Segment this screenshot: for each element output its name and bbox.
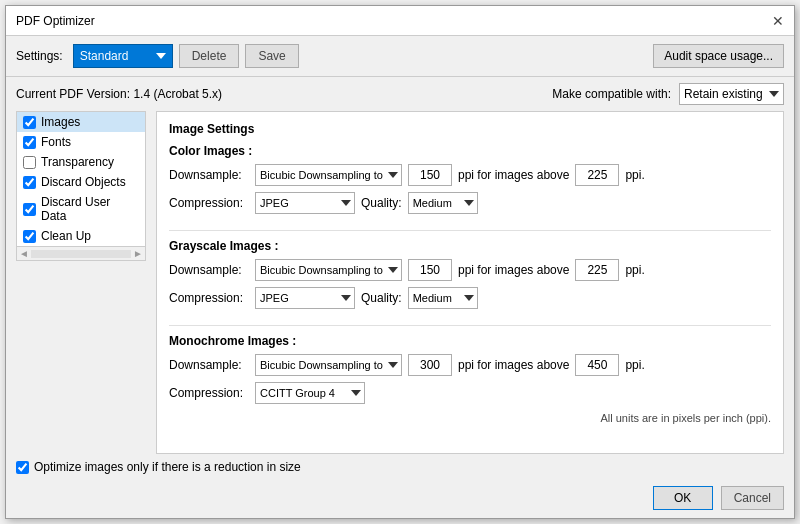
gray-ppi-input[interactable] (408, 259, 452, 281)
gray-compression-select[interactable]: JPEG (255, 287, 355, 309)
save-button[interactable]: Save (245, 44, 298, 68)
discard-user-data-checkbox[interactable] (23, 203, 36, 216)
images-checkbox[interactable] (23, 116, 36, 129)
units-note: All units are in pixels per inch (ppi). (169, 410, 771, 426)
mono-ppi-input[interactable] (408, 354, 452, 376)
mono-compression-label: Compression: (169, 386, 249, 400)
mono-downsample-row: Downsample: Bicubic Downsampling to ppi … (169, 354, 771, 376)
settings-label: Settings: (16, 49, 63, 63)
color-compression-label: Compression: (169, 196, 249, 210)
color-images-section: Color Images : Downsample: Bicubic Downs… (169, 144, 771, 214)
cancel-button[interactable]: Cancel (721, 486, 784, 510)
color-ppi-label: ppi. (625, 168, 644, 182)
gray-compression-row: Compression: JPEG Quality: Medium (169, 287, 771, 309)
optimize-label: Optimize images only if there is a reduc… (34, 460, 301, 474)
version-row: Current PDF Version: 1.4 (Acrobat 5.x) M… (6, 77, 794, 111)
sidebar-item-images[interactable]: Images (17, 112, 145, 132)
footer-buttons: OK Cancel (6, 480, 794, 518)
color-ppi-above-input[interactable] (575, 164, 619, 186)
mono-compression-row: Compression: CCITT Group 4 (169, 382, 771, 404)
pdf-optimizer-dialog: PDF Optimizer ✕ Settings: Standard Delet… (5, 5, 795, 519)
compat-section: Make compatible with: Retain existing (552, 83, 784, 105)
audit-space-button[interactable]: Audit space usage... (653, 44, 784, 68)
gray-compression-label: Compression: (169, 291, 249, 305)
transparency-checkbox[interactable] (23, 156, 36, 169)
gray-quality-label: Quality: (361, 291, 402, 305)
monochrome-images-section: Monochrome Images : Downsample: Bicubic … (169, 334, 771, 426)
sidebar-item-fonts[interactable]: Fonts (17, 132, 145, 152)
gray-ppi-label: ppi. (625, 263, 644, 277)
gray-ppi-above-label: ppi for images above (458, 263, 569, 277)
close-button[interactable]: ✕ (772, 13, 784, 29)
color-downsample-select[interactable]: Bicubic Downsampling to (255, 164, 402, 186)
section-title: Image Settings (169, 122, 771, 136)
color-quality-select[interactable]: Medium (408, 192, 478, 214)
fonts-label: Fonts (41, 135, 71, 149)
compat-label: Make compatible with: (552, 87, 671, 101)
sidebar-item-discard-user-data[interactable]: Discard User Data (17, 192, 145, 226)
scroll-left-icon: ◄ (19, 248, 29, 259)
content-panel: Image Settings Color Images : Downsample… (156, 111, 784, 454)
gray-ppi-above-input[interactable] (575, 259, 619, 281)
color-images-title: Color Images : (169, 144, 771, 158)
color-ppi-above-label: ppi for images above (458, 168, 569, 182)
bottom-row: Optimize images only if there is a reduc… (6, 454, 794, 480)
sidebar-item-transparency[interactable]: Transparency (17, 152, 145, 172)
settings-select[interactable]: Standard (73, 44, 173, 68)
optimize-checkbox[interactable] (16, 461, 29, 474)
main-area: Images Fonts Transparency Discard Object… (6, 111, 794, 454)
color-downsample-row: Downsample: Bicubic Downsampling to ppi … (169, 164, 771, 186)
delete-button[interactable]: Delete (179, 44, 240, 68)
sidebar-item-clean-up[interactable]: Clean Up (17, 226, 145, 246)
color-ppi-input[interactable] (408, 164, 452, 186)
color-compression-select[interactable]: JPEG (255, 192, 355, 214)
color-compression-row: Compression: JPEG Quality: Medium (169, 192, 771, 214)
gray-quality-select[interactable]: Medium (408, 287, 478, 309)
gray-downsample-row: Downsample: Bicubic Downsampling to ppi … (169, 259, 771, 281)
color-quality-label: Quality: (361, 196, 402, 210)
compat-select[interactable]: Retain existing (679, 83, 784, 105)
discard-objects-checkbox[interactable] (23, 176, 36, 189)
color-downsample-label: Downsample: (169, 168, 249, 182)
images-label: Images (41, 115, 80, 129)
transparency-label: Transparency (41, 155, 114, 169)
monochrome-images-title: Monochrome Images : (169, 334, 771, 348)
mono-ppi-label: ppi. (625, 358, 644, 372)
mono-ppi-above-label: ppi for images above (458, 358, 569, 372)
fonts-checkbox[interactable] (23, 136, 36, 149)
clean-up-checkbox[interactable] (23, 230, 36, 243)
current-version-label: Current PDF Version: 1.4 (Acrobat 5.x) (16, 87, 222, 101)
sidebar-scrollbar: ◄ ► (16, 247, 146, 261)
sidebar: Images Fonts Transparency Discard Object… (16, 111, 146, 247)
toolbar: Settings: Standard Delete Save Audit spa… (6, 36, 794, 77)
clean-up-label: Clean Up (41, 229, 91, 243)
discard-objects-label: Discard Objects (41, 175, 126, 189)
dialog-title: PDF Optimizer (16, 14, 95, 28)
grayscale-images-section: Grayscale Images : Downsample: Bicubic D… (169, 239, 771, 309)
gray-downsample-label: Downsample: (169, 263, 249, 277)
ok-button[interactable]: OK (653, 486, 713, 510)
gray-downsample-select[interactable]: Bicubic Downsampling to (255, 259, 402, 281)
mono-downsample-label: Downsample: (169, 358, 249, 372)
mono-ppi-above-input[interactable] (575, 354, 619, 376)
optimize-check-row: Optimize images only if there is a reduc… (16, 460, 301, 474)
sidebar-item-discard-objects[interactable]: Discard Objects (17, 172, 145, 192)
grayscale-images-title: Grayscale Images : (169, 239, 771, 253)
scroll-right-icon: ► (133, 248, 143, 259)
title-bar: PDF Optimizer ✕ (6, 6, 794, 36)
mono-downsample-select[interactable]: Bicubic Downsampling to (255, 354, 402, 376)
discard-user-data-label: Discard User Data (41, 195, 139, 223)
mono-compression-select[interactable]: CCITT Group 4 (255, 382, 365, 404)
